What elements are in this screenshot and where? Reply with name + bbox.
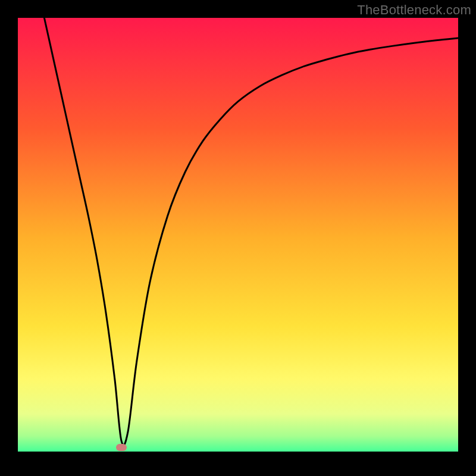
optimum-marker — [116, 444, 127, 451]
bottleneck-curve — [18, 18, 458, 458]
plot-area — [18, 18, 458, 458]
watermark-text: TheBottleneck.com — [357, 2, 471, 18]
plot-frame — [18, 18, 458, 458]
